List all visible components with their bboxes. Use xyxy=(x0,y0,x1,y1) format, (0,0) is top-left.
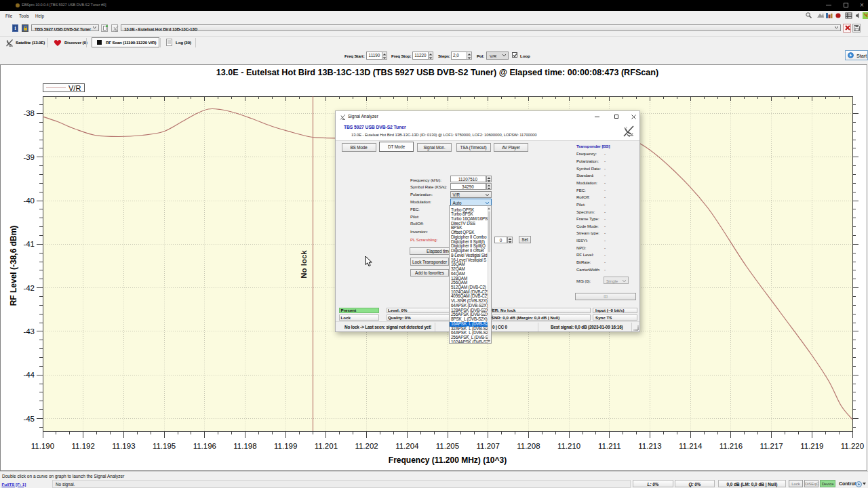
svg-text:11.208: 11.208 xyxy=(517,442,540,450)
svg-text:11.216: 11.216 xyxy=(719,442,743,450)
svg-text:-40: -40 xyxy=(23,197,35,205)
svg-text:-41: -41 xyxy=(23,240,35,248)
svg-text:11.201: 11.201 xyxy=(315,442,338,450)
svg-text:11.193: 11.193 xyxy=(112,442,135,450)
svg-text:11.211: 11.211 xyxy=(598,442,620,450)
svg-text:RF Level (-38,6 dBm): RF Level (-38,6 dBm) xyxy=(9,226,18,306)
svg-text:11.220: 11.220 xyxy=(841,442,864,450)
svg-text:11.190: 11.190 xyxy=(31,442,54,450)
svg-text:11.213: 11.213 xyxy=(638,442,661,450)
svg-text:11.196: 11.196 xyxy=(193,442,216,450)
svg-text:11.214: 11.214 xyxy=(679,442,703,450)
svg-text:-38: -38 xyxy=(23,109,35,117)
svg-text:-39: -39 xyxy=(23,153,35,161)
svg-text:11.198: 11.198 xyxy=(233,442,256,450)
svg-text:11.192: 11.192 xyxy=(72,442,95,450)
svg-text:-42: -42 xyxy=(23,284,35,292)
svg-text:No lock: No lock xyxy=(300,250,308,279)
svg-text:11.219: 11.219 xyxy=(800,442,823,450)
svg-text:11.210: 11.210 xyxy=(557,442,580,450)
svg-text:Frequency (11.200 MHz) (10^3): Frequency (11.200 MHz) (10^3) xyxy=(389,455,507,465)
svg-text:V/R: V/R xyxy=(68,84,81,92)
svg-text:11.202: 11.202 xyxy=(355,442,378,450)
svg-text:11.199: 11.199 xyxy=(274,442,297,450)
svg-text:-44: -44 xyxy=(23,371,35,379)
svg-text:11.195: 11.195 xyxy=(153,442,176,450)
svg-text:11.204: 11.204 xyxy=(395,442,419,450)
svg-text:11.205: 11.205 xyxy=(436,442,459,450)
svg-text:-43: -43 xyxy=(23,327,35,336)
svg-text:13.0E - Eutelsat Hot Bird 13B-: 13.0E - Eutelsat Hot Bird 13B-13C-13D (T… xyxy=(216,68,658,77)
svg-text:11.217: 11.217 xyxy=(760,442,783,450)
svg-text:11.207: 11.207 xyxy=(477,442,500,450)
svg-text:-45: -45 xyxy=(23,415,35,423)
